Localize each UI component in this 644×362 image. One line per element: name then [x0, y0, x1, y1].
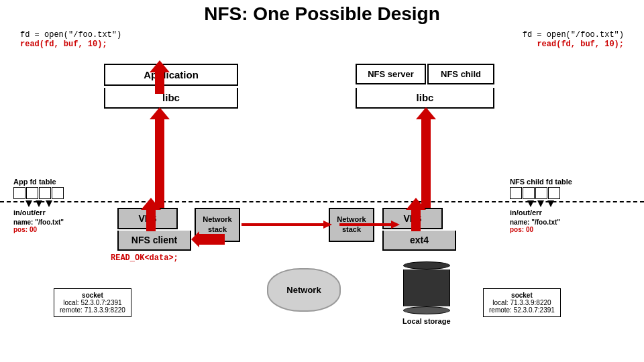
fd-arrows	[13, 200, 64, 207]
read-ok-label: READ_OK<data>;	[111, 253, 178, 263]
arrow-vfs-libc-client	[150, 107, 170, 208]
network-cloud: Network	[267, 268, 341, 312]
svg-marker-5	[416, 107, 436, 208]
svg-marker-8	[323, 221, 332, 229]
svg-marker-3	[191, 231, 225, 247]
fd-cell-2	[39, 187, 51, 199]
fd-cell-0	[13, 187, 25, 199]
right-code-block: fd = open("/foo.txt") read(fd, buf, 10);	[523, 30, 624, 49]
fd-cells	[13, 187, 64, 199]
arrow-network-to-nfs	[191, 231, 225, 247]
cylinder-body	[403, 269, 450, 306]
libc-client-box: libc	[104, 88, 238, 109]
nfs-child-box: NFS child	[427, 64, 494, 84]
cylinder-top	[403, 261, 450, 269]
socket-client-box: socket local: 52.3.0.7:2391 remote: 71.3…	[54, 288, 131, 317]
svg-marker-6	[150, 107, 170, 208]
arrow-client-to-network	[241, 217, 332, 233]
nfs-fd-cell-1	[523, 187, 535, 199]
svg-marker-1	[150, 60, 170, 94]
arrow-vfs-libc-server	[416, 107, 436, 208]
nfs-fd-cells	[510, 187, 572, 199]
nfs-fd-cell-0	[510, 187, 522, 199]
nfs-fd-cell-3	[548, 187, 560, 199]
nfs-child-fd-table: NFS child fd table in/out/err name: "/fo…	[510, 178, 572, 233]
app-fd-table: App fd table in/out/err name: "/foo.txt"…	[13, 178, 64, 233]
page-title: NFS: One Possible Design	[0, 3, 644, 25]
nfs-fd-arrows	[510, 200, 572, 207]
libc-server-box: libc	[356, 88, 494, 109]
ext4-box: ext4	[382, 231, 456, 251]
socket-server-box: socket local: 71.3.3.9:8220 remote: 52.3…	[483, 288, 561, 317]
svg-marker-10	[391, 221, 400, 229]
fd-cell-3	[52, 187, 64, 199]
application-box: Application	[104, 64, 238, 86]
cylinder-bottom	[403, 306, 450, 314]
local-storage: Local storage	[402, 261, 451, 325]
fd-cell-1	[26, 187, 38, 199]
nfs-fd-cell-2	[535, 187, 547, 199]
arrow-app-libc-client	[150, 60, 170, 94]
nfs-client-box: NFS client	[117, 231, 191, 251]
left-code-block: fd = open("/foo.txt") read(fd, buf, 10);	[20, 30, 121, 49]
arrow-network-to-server	[339, 217, 400, 233]
nfs-server-box: NFS server	[356, 64, 426, 84]
